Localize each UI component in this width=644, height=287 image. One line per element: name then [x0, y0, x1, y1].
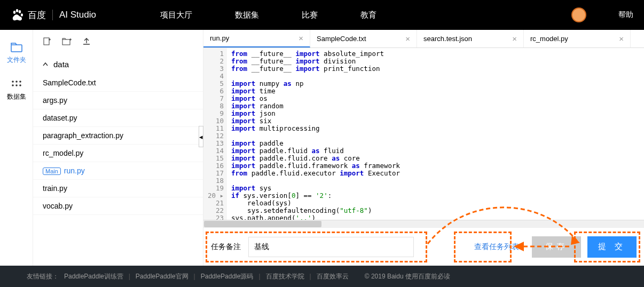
tab-run-py[interactable]: run.py× [203, 30, 310, 47]
footer-link-0[interactable]: PaddlePaddle训练营 [64, 272, 123, 281]
caret-up-icon [43, 62, 48, 67]
svg-point-8 [12, 84, 14, 86]
left-sidebar: 文件夹 数据集 [0, 30, 33, 266]
grid-icon [11, 79, 22, 89]
file-vocab-py[interactable]: vocab.py [33, 197, 203, 215]
footer-copy: © 2019 Baidu 使用百度前必读 [365, 272, 450, 281]
main-nav: 项目大厅 数据集 比赛 教育 [160, 10, 571, 20]
horizontal-scrollbar[interactable] [203, 220, 644, 227]
file-SampleCode-txt[interactable]: SampleCode.txt [33, 74, 203, 92]
footer-label: 友情链接： [27, 272, 59, 281]
svg-point-0 [13, 11, 15, 14]
tab-search-test-json[interactable]: search.test.json× [417, 30, 524, 47]
nav-competitions[interactable]: 比赛 [302, 10, 318, 20]
note-input[interactable] [248, 237, 414, 257]
code-area[interactable]: 1234567891011121314151617181920 ▸2122232… [203, 48, 644, 220]
file-paragraph_extraction-py[interactable]: paragraph_extraction.py [33, 127, 203, 145]
svg-rect-14 [62, 39, 70, 45]
tab-close-icon[interactable]: × [299, 34, 303, 43]
nav-projects[interactable]: 项目大厅 [160, 10, 192, 20]
folder-data[interactable]: data [33, 54, 203, 74]
code-content[interactable]: from __future__ import absolute_import f… [227, 48, 644, 220]
file-train-py[interactable]: train.py [33, 180, 203, 197]
tab-close-icon[interactable]: × [619, 34, 624, 43]
top-navbar: 百度 AI Studio 项目大厅 数据集 比赛 教育 帮助 [0, 0, 644, 30]
task-bar: 任务备注 查看任务列表 保存 提 交 [203, 227, 644, 266]
footer-link-4[interactable]: 百度效率云 [317, 272, 349, 281]
editor-pane: ◂ run.py×SampleCode.txt×search.test.json… [203, 30, 644, 266]
svg-point-3 [21, 13, 23, 17]
main-area: 文件夹 数据集 data SampleCode.txtargs.pydatase… [0, 30, 644, 266]
baidu-paw-icon [11, 8, 25, 22]
help-link[interactable]: 帮助 [618, 10, 633, 20]
file-run-py[interactable]: Mainrun.py [33, 162, 203, 180]
footer-link-1[interactable]: PaddlePaddle官网 [136, 272, 189, 281]
brand-en: AI Studio [59, 10, 96, 20]
file-rc_model-py[interactable]: rc_model.py [33, 145, 203, 162]
sidebar-datasets[interactable]: 数据集 [0, 79, 33, 101]
new-file-icon[interactable] [43, 37, 51, 46]
svg-point-2 [19, 10, 21, 13]
svg-rect-11 [44, 38, 49, 45]
sidebar-files[interactable]: 文件夹 [0, 43, 33, 65]
svg-point-1 [16, 9, 18, 12]
svg-point-10 [19, 84, 21, 86]
avatar[interactable] [571, 7, 586, 22]
tab-SampleCode-txt[interactable]: SampleCode.txt× [310, 30, 417, 47]
nav-education[interactable]: 教育 [360, 10, 376, 20]
brand-cn: 百度 [28, 9, 46, 21]
view-tasks-link[interactable]: 查看任务列表 [474, 242, 519, 252]
logo[interactable]: 百度 AI Studio [11, 8, 96, 22]
file-tree: data SampleCode.txtargs.pydataset.pypara… [33, 30, 203, 266]
file-toolbar [33, 37, 203, 54]
svg-point-9 [15, 84, 18, 86]
file-args-py[interactable]: args.py [33, 92, 203, 109]
file-dataset-py[interactable]: dataset.py [33, 109, 203, 127]
svg-point-5 [12, 81, 14, 83]
editor-tabs: run.py×SampleCode.txt×search.test.json×r… [203, 30, 644, 48]
tab-close-icon[interactable]: × [405, 34, 410, 43]
footer-link-2[interactable]: PaddlePaddle源码 [201, 272, 254, 281]
svg-rect-4 [11, 45, 22, 52]
footer-link-3[interactable]: 百度技术学院 [266, 272, 304, 281]
nav-datasets[interactable]: 数据集 [235, 10, 259, 20]
tab-rc_model-py[interactable]: rc_model.py× [524, 30, 631, 47]
svg-point-7 [19, 81, 21, 83]
new-folder-icon[interactable] [62, 37, 72, 46]
note-label: 任务备注 [211, 242, 241, 252]
submit-button[interactable]: 提 交 [587, 236, 637, 258]
tab-close-icon[interactable]: × [512, 34, 517, 43]
line-gutter: 1234567891011121314151617181920 ▸2122232… [203, 48, 227, 220]
footer: 友情链接： PaddlePaddle训练营| PaddlePaddle官网| P… [0, 266, 644, 287]
brand-divider [52, 10, 53, 20]
upload-icon[interactable] [82, 37, 91, 46]
svg-point-6 [15, 81, 18, 83]
folder-icon [11, 43, 22, 52]
save-button[interactable]: 保存 [532, 236, 581, 258]
collapse-handle[interactable]: ◂ [199, 126, 203, 147]
